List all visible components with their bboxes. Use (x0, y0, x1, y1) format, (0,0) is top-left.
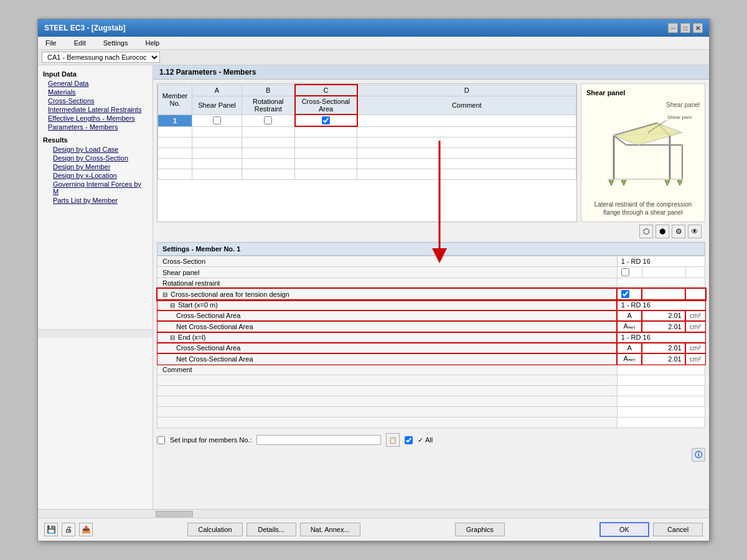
shear-panel-label: Shear panel (586, 101, 700, 108)
settings-row-shear-panel: Shear panel (157, 267, 705, 278)
label-shear-panel: Shear panel (157, 267, 618, 278)
settings-row-end-net: Net Cross-Sectional Area Aₙₑₜ 2.01 cm² (157, 353, 705, 365)
svg-marker-14 (621, 180, 626, 185)
ok-button[interactable]: OK (599, 522, 649, 537)
right-panel-caption: Lateral restraint of the compression fla… (586, 200, 700, 217)
svg-marker-11 (609, 180, 614, 185)
label-end-cross: Cross-Sectional Area (157, 343, 618, 353)
section-header: 1.12 Parameters - Members (153, 65, 709, 80)
empty-row-5 (157, 418, 705, 428)
sidebar-scrollbar[interactable] (38, 329, 153, 338)
sidebar-item-parts-list[interactable]: Parts List by Member (38, 196, 153, 205)
sidebar-item-intermediate-lateral[interactable]: Intermediate Lateral Restraints (38, 105, 153, 114)
empty-row-3 (157, 396, 705, 407)
graphics-button[interactable]: Graphics (455, 523, 505, 536)
footer-icon-btn[interactable]: 📋 (386, 433, 400, 447)
empty-row-2 (157, 386, 705, 396)
all-label: ✓ All (418, 436, 433, 444)
unit-start-cross: cm² (685, 310, 705, 321)
shear-panel-svg: Shear panel (595, 111, 692, 198)
col-subheader-rotational: Rotational Restraint (242, 96, 295, 114)
menu-settings[interactable]: Settings (100, 38, 132, 48)
settings-row-end-cross: Cross-Sectional Area A 2.01 cm² (157, 343, 705, 353)
unit-end-cross: cm² (685, 343, 705, 353)
info-button[interactable]: ⓘ (692, 448, 705, 462)
label-end-net: Net Cross-Sectional Area (157, 353, 618, 365)
sidebar-item-general-data[interactable]: General Data (38, 79, 153, 88)
settings-panel-label: Settings - Member No. 1 (157, 242, 705, 256)
menu-file[interactable]: File (42, 38, 60, 48)
set-input-checkbox[interactable] (157, 436, 165, 444)
col-header-d: D (357, 85, 576, 96)
close-button[interactable]: ✕ (693, 23, 703, 33)
val-start-header: 1 - RD 16 (617, 300, 705, 310)
set-input-label: Set input for members No.: (170, 436, 251, 444)
sidebar-item-design-load-case[interactable]: Design by Load Case (38, 145, 153, 154)
sidebar-item-design-x-location[interactable]: Design by x-Location (38, 171, 153, 180)
label-rotational-restraint: Rotational restraint (157, 278, 618, 289)
col-header-c: C (295, 85, 357, 96)
table-row-empty-1 (158, 126, 576, 137)
settings-detail-table: Cross-Section 1 - RD 16 Shear panel (157, 256, 705, 428)
cancel-button[interactable]: Cancel (653, 523, 703, 536)
sidebar: Input Data General Data Materials Cross-… (38, 65, 153, 509)
member-input-field[interactable] (256, 435, 381, 445)
calculation-button[interactable]: Calculation (187, 523, 242, 536)
maximize-button[interactable]: □ (680, 23, 690, 33)
sidebar-item-materials[interactable]: Materials (38, 88, 153, 96)
val-start-net: 2.01 (642, 321, 685, 332)
main-window: STEEL EC3 - [Zugstab] ─ □ ✕ File Edit Se… (37, 19, 710, 541)
horizontal-scrollbar[interactable] (38, 509, 709, 518)
settings-row-cross-area-header: ⊟ Cross-sectional area for tension desig… (157, 289, 705, 300)
empty-cross-2 (685, 289, 705, 300)
cross-sectional-checkbox[interactable] (322, 116, 330, 124)
shear-panel-checkbox[interactable] (213, 116, 221, 124)
sidebar-item-design-member[interactable]: Design by Member (38, 162, 153, 171)
sidebar-item-effective-lengths[interactable]: Effective Lengths - Members (38, 114, 153, 123)
svg-text:Shear panel: Shear panel (667, 114, 692, 120)
settings-row-start-header: ⊟ Start (x=0 m) 1 - RD 16 (157, 300, 705, 310)
all-checkbox[interactable] (405, 436, 413, 444)
export-small-button[interactable]: 📤 (79, 523, 93, 536)
nat-annex-button[interactable]: Nat. Annex... (300, 523, 360, 536)
shear-panel-settings-checkbox[interactable] (621, 268, 629, 276)
empty-cross-1 (642, 289, 685, 300)
case-dropdown[interactable]: CA1 - Bemessung nach Eurococ (42, 52, 160, 63)
action-bar: 💾 🖨 📤 Calculation Details... Nat. Annex.… (38, 518, 709, 541)
col-subheader-cross-sectional: Cross-Sectional Area (295, 96, 357, 114)
sidebar-item-parameters-members[interactable]: Parameters - Members (38, 123, 153, 131)
toolbar: CA1 - Bemessung nach Eurococ (38, 50, 709, 65)
val-cross-area-check (617, 289, 642, 300)
rotational-checkbox[interactable] (264, 116, 272, 124)
sym-start-cross: A (617, 310, 642, 321)
cell-comment (357, 114, 576, 126)
minimize-button[interactable]: ─ (668, 23, 678, 33)
settings-row-end-header: ⊟ End (x=l) 1 - RD 16 (157, 332, 705, 343)
settings-button[interactable]: ⚙ (672, 225, 685, 238)
settings-row-cross-section: Cross-Section 1 - RD 16 (157, 256, 705, 267)
menu-help[interactable]: Help (141, 38, 163, 48)
svg-marker-13 (677, 180, 682, 185)
export-button[interactable]: ⬡ (639, 225, 653, 238)
right-panel: Shear panel Shear panel (581, 83, 705, 222)
settings-row-start-cross: Cross-Sectional Area A 2.01 cm² (157, 310, 705, 321)
cell-cross-sectional (295, 114, 357, 126)
main-area: Input Data General Data Materials Cross-… (38, 65, 709, 509)
sidebar-item-governing-internal[interactable]: Governing Internal Forces by M (38, 180, 153, 196)
cross-area-checkbox[interactable] (621, 290, 629, 298)
print-small-button[interactable]: 🖨 (62, 523, 75, 536)
val-end-header: 1 - RD 16 (617, 332, 705, 343)
val-end-net: 2.01 (642, 353, 685, 365)
eye-button[interactable]: 👁 (688, 225, 702, 238)
col-header-a: A (192, 85, 242, 96)
menu-edit[interactable]: Edit (70, 38, 90, 48)
sidebar-item-design-cross-section[interactable]: Design by Cross-Section (38, 154, 153, 162)
save-small-button[interactable]: 💾 (44, 523, 58, 536)
params-table: Member No. A B C (157, 84, 576, 180)
sidebar-item-cross-sections[interactable]: Cross-Sections (38, 96, 153, 105)
right-panel-title: Shear panel (586, 89, 700, 96)
cell-member-no: 1 (158, 114, 192, 126)
settings-row-start-net: Net Cross-Sectional Area Aₙₑₜ 2.01 cm² (157, 321, 705, 332)
details-button[interactable]: Details... (247, 523, 296, 536)
import-button[interactable]: ⬢ (655, 225, 669, 238)
